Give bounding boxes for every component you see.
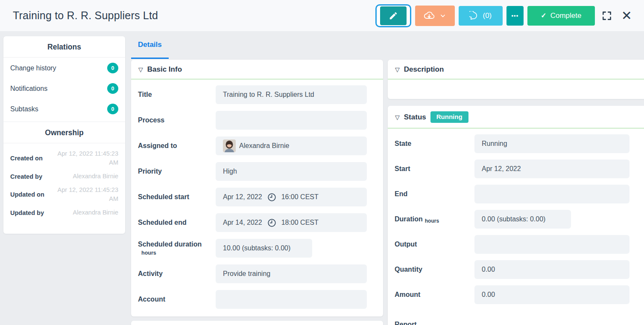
field-row-report: Report bbox=[395, 315, 644, 325]
priority-input[interactable]: High bbox=[216, 162, 367, 181]
field-row-account: Account bbox=[138, 290, 383, 309]
meta-value: Alexandra Birnie bbox=[73, 172, 118, 181]
basic-info-card: ▽ Basic Info Title Training to R. R. Sup… bbox=[131, 60, 383, 316]
export-dropdown-button[interactable] bbox=[415, 6, 455, 26]
check-icon: ✓ bbox=[541, 12, 546, 20]
complete-button[interactable]: ✓ Complete bbox=[527, 6, 595, 26]
ownership-heading: Ownership bbox=[3, 122, 125, 143]
meta-row-created-by: Created by Alexandra Birnie bbox=[10, 172, 118, 181]
time-value: 18:00 CEST bbox=[281, 219, 319, 226]
date-value: Apr 14, 2022 bbox=[223, 219, 262, 226]
meta-value: Alexandra Birnie bbox=[73, 208, 118, 217]
account-input[interactable] bbox=[216, 290, 367, 309]
field-row-state: State Running bbox=[395, 134, 644, 153]
edit-button[interactable] bbox=[380, 6, 407, 25]
meta-row-created-on: Created on Apr 12, 2022 11:45:23 AM bbox=[10, 149, 118, 167]
sidebar-item-label: Notifications bbox=[10, 85, 47, 93]
meta-row-updated-by: Updated by Alexandra Birnie bbox=[10, 208, 118, 217]
title-input[interactable]: Training to R. R. Suppliers Ltd bbox=[216, 85, 367, 104]
field-row-priority: Priority High bbox=[138, 162, 383, 181]
close-button[interactable]: ✕ bbox=[619, 9, 635, 22]
field-label: Report bbox=[395, 320, 474, 325]
close-icon: ✕ bbox=[621, 9, 632, 22]
status-badge: Running bbox=[430, 111, 468, 123]
field-label-text: Duration bbox=[395, 215, 423, 223]
fullscreen-button[interactable] bbox=[599, 10, 615, 21]
quantity-input[interactable]: 0.00 bbox=[474, 260, 629, 279]
sidebar-item-notifications[interactable]: Notifications 0 bbox=[3, 78, 125, 99]
scheduled-start-input[interactable]: Apr 12, 2022 16:00 CEST bbox=[216, 188, 367, 206]
field-unit: hours bbox=[425, 218, 439, 224]
comments-button[interactable]: (0) bbox=[459, 6, 503, 26]
time-value: 16:00 CEST bbox=[281, 193, 319, 201]
collapse-icon[interactable]: ▽ bbox=[395, 114, 400, 121]
comments-count: (0) bbox=[483, 12, 492, 20]
duration-input[interactable]: 0.00 (subtasks: 0.00) bbox=[474, 210, 571, 229]
field-label: Activity bbox=[138, 270, 216, 278]
sidebar-item-label: Change history bbox=[10, 64, 56, 72]
field-label: Durationhours bbox=[395, 215, 474, 223]
scheduled-end-input[interactable]: Apr 14, 2022 18:00 CEST bbox=[216, 213, 367, 232]
field-value: 0.00 bbox=[482, 266, 495, 273]
ellipsis-icon: ••• bbox=[512, 12, 519, 19]
date-value: Apr 12, 2022 bbox=[223, 193, 262, 201]
more-button[interactable]: ••• bbox=[506, 6, 524, 26]
field-label: Start bbox=[395, 165, 474, 173]
field-row-title: Title Training to R. R. Suppliers Ltd bbox=[138, 85, 383, 104]
sidebar-item-change-history[interactable]: Change history 0 bbox=[3, 58, 125, 78]
field-label: State bbox=[395, 139, 474, 148]
sidebar-item-subtasks[interactable]: Subtasks 0 bbox=[3, 99, 125, 119]
collapse-icon[interactable]: ▽ bbox=[138, 66, 143, 73]
page-title: Training to R. R. Suppliers Ltd bbox=[13, 9, 158, 22]
field-label: Amount bbox=[395, 290, 474, 299]
field-unit: hours bbox=[141, 250, 211, 257]
collapse-icon[interactable]: ▽ bbox=[395, 66, 400, 73]
status-header: ▽ Status Running bbox=[388, 106, 644, 128]
avatar bbox=[223, 139, 236, 152]
assigned-to-input[interactable]: Alexandra Birnie bbox=[216, 136, 367, 155]
field-label: Title bbox=[138, 90, 216, 99]
tab-details[interactable]: Details bbox=[131, 36, 169, 59]
output-input[interactable] bbox=[474, 235, 629, 254]
field-value: Training to R. R. Suppliers Ltd bbox=[223, 91, 314, 99]
chevron-down-icon bbox=[440, 13, 446, 19]
field-value: Apr 12, 2022 bbox=[482, 165, 521, 173]
field-label: Assigned to bbox=[138, 142, 216, 150]
description-card: ▽ Description bbox=[388, 60, 644, 99]
field-value: 10.00 (subtasks: 0.00) bbox=[223, 244, 290, 252]
field-row-process: Process bbox=[138, 111, 383, 130]
count-badge: 0 bbox=[107, 104, 118, 114]
field-row-activity: Activity Provide training bbox=[138, 264, 383, 283]
field-label: Scheduled start bbox=[138, 193, 216, 201]
amount-input[interactable]: 0.00 bbox=[474, 285, 629, 304]
start-input[interactable]: Apr 12, 2022 bbox=[474, 160, 629, 178]
end-input[interactable] bbox=[474, 185, 629, 203]
field-row-scheduled-start: Scheduled start Apr 12, 2022 16:00 CEST bbox=[138, 188, 383, 206]
speech-bubble-icon bbox=[469, 11, 479, 20]
field-row-assigned-to: Assigned to Alexandra Birnie bbox=[138, 136, 383, 155]
field-row-duration: Durationhours 0.00 (subtasks: 0.00) bbox=[395, 210, 644, 229]
sidebar-item-label: Subtasks bbox=[10, 105, 38, 113]
pencil-icon bbox=[389, 11, 398, 20]
relations-heading: Relations bbox=[3, 36, 125, 57]
field-row-scheduled-duration: Scheduled duration hours 10.00 (subtasks… bbox=[138, 239, 383, 258]
tab-bar: Details bbox=[131, 36, 169, 60]
state-input[interactable]: Running bbox=[474, 134, 629, 153]
ownership-rows: Created on Apr 12, 2022 11:45:23 AM Crea… bbox=[3, 143, 125, 217]
activity-input[interactable]: Provide training bbox=[216, 264, 367, 283]
field-row-output: Output bbox=[395, 235, 644, 254]
meta-label: Created on bbox=[10, 155, 43, 162]
status-card: ▽ Status Running State Running Start Apr… bbox=[388, 106, 644, 325]
meta-label: Updated on bbox=[10, 191, 44, 198]
clock-icon bbox=[267, 218, 276, 227]
field-label: Account bbox=[138, 295, 216, 304]
scheduled-duration-input[interactable]: 10.00 (subtasks: 0.00) bbox=[216, 239, 312, 258]
meta-value: Apr 12, 2022 11:45:23 AM bbox=[51, 186, 118, 203]
field-value: Provide training bbox=[223, 270, 270, 278]
process-input[interactable] bbox=[216, 111, 367, 130]
field-value: Alexandra Birnie bbox=[239, 142, 289, 150]
count-badge: 0 bbox=[107, 63, 118, 73]
field-value: High bbox=[223, 168, 237, 175]
field-value: 0.00 bbox=[482, 291, 495, 299]
field-row-start: Start Apr 12, 2022 bbox=[395, 160, 644, 178]
